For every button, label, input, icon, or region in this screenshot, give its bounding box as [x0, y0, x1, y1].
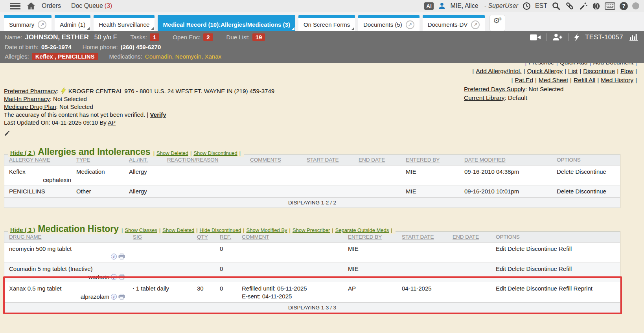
- medications-hide-link[interactable]: Hide ( 3 ): [10, 226, 35, 233]
- show-prescriber-link[interactable]: Show Prescriber: [293, 227, 330, 233]
- col-sig[interactable]: SIG: [133, 234, 197, 240]
- drug-name[interactable]: neomycin 500 mg tablet: [9, 245, 133, 252]
- action-med-sheet[interactable]: Med Sheet: [539, 75, 568, 85]
- hide-discontinued-link[interactable]: Hide Discontinued: [200, 227, 241, 233]
- action-flow[interactable]: Flow: [620, 66, 633, 75]
- col-comments[interactable]: COMMENTS: [250, 157, 307, 163]
- action-pat-ed[interactable]: Pat.Ed: [515, 75, 534, 85]
- medications-list[interactable]: Coumadin, Neomycin, Xanax: [145, 53, 221, 60]
- drug-name[interactable]: Coumadin 5 mg tablet (Inactive): [9, 265, 133, 272]
- separator: |: [617, 66, 618, 75]
- show-discontinued-link[interactable]: Show Discontinued: [193, 150, 237, 156]
- tab-settings-button[interactable]: ⚙ ⚙: [489, 15, 505, 31]
- help-icon[interactable]: ?: [620, 2, 628, 10]
- menu-item-orders[interactable]: Orders: [42, 2, 61, 9]
- allergy-options[interactable]: Delete Discontinue: [557, 168, 620, 175]
- popout-icon[interactable]: ↗: [471, 20, 480, 29]
- keyboard-icon[interactable]: [605, 2, 615, 10]
- popout-icon[interactable]: ↗: [38, 20, 46, 29]
- medicare-plan-link[interactable]: Medicare Drug Plan: [4, 103, 56, 110]
- action-med-history[interactable]: Med History: [601, 75, 633, 85]
- col-start-date[interactable]: START DATE: [307, 157, 359, 163]
- current-library-link[interactable]: Current Library: [464, 94, 504, 101]
- menu-item-doc-queue[interactable]: Doc Queue(3): [71, 2, 112, 9]
- action-quick-add[interactable]: Quick Add: [560, 63, 588, 66]
- print-icon[interactable]: [118, 274, 125, 280]
- col-drug-name[interactable]: DRUG NAME: [9, 234, 133, 240]
- tasks-count-badge[interactable]: 1: [150, 33, 159, 41]
- edit-pencil-icon[interactable]: [4, 130, 274, 136]
- separate-outside-meds-link[interactable]: Separate Outside Meds: [335, 227, 389, 233]
- search-icon[interactable]: [552, 2, 561, 11]
- allergy-name[interactable]: PENICILLINS: [9, 188, 76, 195]
- last-updated-by-link[interactable]: AP: [108, 119, 116, 126]
- allergy-badge[interactable]: Keflex , PENICILLINS: [32, 53, 98, 60]
- preferred-days-supply-link[interactable]: Preferred Days Supply: [464, 86, 525, 92]
- drug-info-icon[interactable]: i: [111, 294, 117, 300]
- col-reaction[interactable]: REACTION/REASON: [167, 157, 250, 163]
- show-deleted-link[interactable]: Show Deleted: [156, 150, 188, 156]
- col-entered-by[interactable]: ENTERED BY: [348, 234, 402, 240]
- drug-name[interactable]: Xanax 0.5 mg tablet: [9, 285, 133, 292]
- patient-name[interactable]: JOHNSON, ESTHER: [25, 33, 88, 41]
- wand-icon[interactable]: [579, 2, 588, 11]
- tab-admin[interactable]: Admin (1): [55, 15, 90, 31]
- lightning-icon[interactable]: [574, 33, 580, 41]
- person-add-icon[interactable]: [552, 33, 563, 41]
- col-ref[interactable]: REF.: [220, 234, 242, 240]
- drug-info-icon[interactable]: i: [111, 254, 117, 259]
- action-refill-all[interactable]: Refill All: [574, 75, 595, 85]
- patient-header-icons: TEST-10057: [530, 33, 644, 41]
- col-allergy-name[interactable]: ALLERGY NAME: [9, 157, 76, 163]
- popout-icon[interactable]: ↗: [406, 20, 414, 29]
- home-icon[interactable]: [27, 2, 35, 10]
- show-modified-by-link[interactable]: Show Modified By: [247, 227, 287, 233]
- action-add-document[interactable]: Add Document: [593, 63, 633, 66]
- col-end-date[interactable]: END DATE: [359, 157, 406, 163]
- col-comment[interactable]: COMMENT: [242, 234, 348, 240]
- show-classes-link[interactable]: Show Classes: [125, 227, 157, 233]
- globe-icon[interactable]: [592, 2, 600, 10]
- action-discontinue[interactable]: Discontinue: [583, 66, 615, 75]
- tab-summary[interactable]: Summary ↗: [4, 15, 52, 31]
- allergies-hide-link[interactable]: Hide ( 2 ): [10, 149, 35, 156]
- col-start-date[interactable]: START DATE: [402, 234, 453, 240]
- print-icon[interactable]: [118, 294, 125, 300]
- drug-info-icon[interactable]: i: [111, 274, 117, 280]
- bar-chart-icon[interactable]: [629, 33, 638, 41]
- video-camera-icon[interactable]: [530, 34, 541, 41]
- med-options[interactable]: Edit Delete Discontinue Refill Reprint: [496, 285, 620, 292]
- tab-documents-dv[interactable]: Documents-DV ↗: [423, 15, 485, 31]
- tab-medical-record[interactable]: Medical Record (10):Allergies/Medication…: [158, 15, 295, 31]
- preferred-pharmacy-link[interactable]: Preferred Pharmacy: [4, 88, 57, 94]
- col-qty[interactable]: QTY: [197, 234, 220, 240]
- allergy-name[interactable]: Keflex: [9, 168, 76, 175]
- med-options[interactable]: Edit Delete Discontinue Refill: [496, 245, 620, 252]
- tab-on-screen-forms[interactable]: On Screen Forms: [298, 15, 355, 31]
- link-icon[interactable]: [565, 1, 574, 11]
- show-deleted-link[interactable]: Show Deleted: [162, 227, 194, 233]
- tab-health-surveillance[interactable]: Health Surveillance: [94, 15, 155, 31]
- action-list[interactable]: List: [568, 66, 578, 75]
- col-entered-by[interactable]: ENTERED BY: [406, 157, 464, 163]
- open-enc-count-badge[interactable]: 2: [203, 33, 213, 41]
- esent-date-link[interactable]: 04-11-2025: [262, 293, 292, 300]
- col-type[interactable]: TYPE: [76, 157, 129, 163]
- clock-icon[interactable]: [523, 2, 531, 10]
- due-list-count-badge[interactable]: 19: [252, 33, 265, 41]
- col-end-date[interactable]: END DATE: [453, 234, 496, 240]
- hamburger-menu-icon[interactable]: [10, 3, 20, 9]
- med-options[interactable]: Edit Delete Discontinue Refill: [496, 265, 620, 272]
- allergy-options[interactable]: Delete Discontinue: [557, 188, 620, 195]
- col-date-modified[interactable]: DATE MODIFIED: [464, 157, 557, 163]
- print-icon[interactable]: [118, 254, 125, 259]
- action-add-allergy-intol[interactable]: Add Allergy/Intol.: [476, 66, 521, 75]
- ai-badge[interactable]: AI: [424, 2, 434, 10]
- action-prescribe[interactable]: Prescribe: [528, 63, 554, 66]
- user-name[interactable]: MIE, Alice: [450, 2, 478, 9]
- verify-link[interactable]: Verify: [150, 111, 166, 118]
- tab-documents[interactable]: Documents (5) ↗: [358, 15, 419, 31]
- col-al-int[interactable]: AL./INT.: [129, 157, 167, 163]
- mailin-pharmacy-link[interactable]: Mail-In Pharmacy: [4, 96, 50, 102]
- action-quick-allergy[interactable]: Quick Allergy: [527, 66, 563, 75]
